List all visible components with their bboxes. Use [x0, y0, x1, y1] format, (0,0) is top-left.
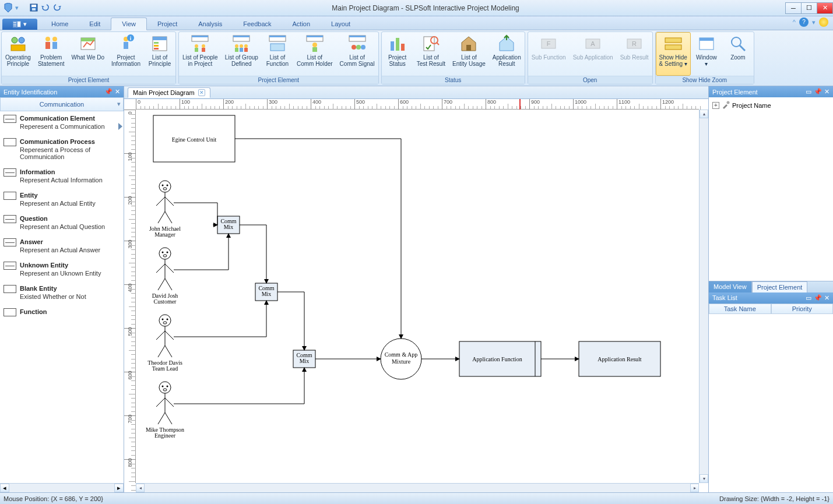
- collapse-ribbon-icon[interactable]: ^: [793, 19, 796, 26]
- task-list-grid[interactable]: [709, 314, 833, 493]
- show-hide-setting-button[interactable]: Show Hide& Setting ▾: [656, 32, 691, 76]
- left-hscrollbar[interactable]: ◂▸: [0, 483, 124, 492]
- document-tabs: Main Project Diagram ✕: [124, 86, 708, 99]
- what-we-do-button[interactable]: What We Do: [68, 32, 108, 76]
- list-group-button[interactable]: List of GroupDefined: [222, 32, 262, 76]
- stencil-item[interactable]: AnswerRepresent an Actual Answer: [0, 235, 124, 258]
- window-pos-icon[interactable]: ▭: [806, 294, 811, 302]
- document-tab[interactable]: Main Project Diagram ✕: [128, 87, 210, 98]
- svg-text:Comm & App: Comm & App: [385, 351, 418, 358]
- list-test-result-button[interactable]: List ofTest Result: [413, 32, 449, 76]
- problem-statement-button[interactable]: ProblemStatement: [34, 32, 68, 76]
- maximize-button[interactable]: ☐: [801, 2, 817, 14]
- undo-icon[interactable]: [41, 3, 50, 13]
- application-result-button[interactable]: ApplicationResult: [489, 32, 525, 76]
- svg-rect-54: [401, 44, 405, 51]
- stencil-item[interactable]: InformationRepresent Actual Information: [0, 165, 124, 188]
- stencil-item[interactable]: Function: [0, 305, 124, 320]
- drawing-canvas[interactable]: Egine Control Unit John MichaelManager D…: [136, 110, 699, 483]
- pin-icon[interactable]: 📌: [814, 88, 822, 96]
- stencil-item[interactable]: QuestionRepresent an Actual Question: [0, 212, 124, 235]
- stencil-item[interactable]: Unknown EntityRepresent an Uknown Entity: [0, 258, 124, 281]
- zoom-button[interactable]: Zoom: [722, 32, 754, 76]
- actor-john: John MichaelManager: [149, 181, 181, 238]
- close-tab-icon[interactable]: ✕: [198, 89, 205, 96]
- close-pane-icon[interactable]: ✕: [824, 294, 830, 302]
- pin-icon[interactable]: 📌: [814, 294, 822, 302]
- list-comm-holder-button[interactable]: List ofComm Holder: [293, 32, 336, 76]
- stencil-item[interactable]: Communication ProcessReperesent a Proces…: [0, 135, 124, 165]
- sub-application-button: ASub Application: [570, 32, 617, 76]
- svg-rect-52: [391, 41, 394, 51]
- svg-rect-42: [270, 44, 284, 51]
- tab-view[interactable]: View: [111, 17, 147, 30]
- task-list-header: Task Name Priority: [709, 304, 833, 314]
- tab-project-element[interactable]: Project Element: [752, 281, 808, 292]
- drawing-size: Drawing Size: {Width = -2, Height = -1}: [719, 495, 830, 502]
- tab-layout[interactable]: Layout: [321, 18, 361, 30]
- svg-rect-38: [240, 48, 243, 52]
- project-information-button[interactable]: iProjectInformation: [108, 32, 144, 76]
- svg-text:R: R: [632, 40, 637, 47]
- svg-text:Application Function: Application Function: [472, 356, 522, 362]
- canvas-vscrollbar[interactable]: ▴ ▾: [699, 110, 708, 483]
- svg-line-102: [158, 346, 165, 357]
- category-selector[interactable]: Communication▾: [0, 97, 124, 111]
- svg-point-96: [162, 319, 164, 320]
- stencil-item[interactable]: EntityRepresent an Actual Entity: [0, 188, 124, 212]
- svg-line-92: [165, 279, 172, 290]
- project-tree[interactable]: + Project Name: [709, 97, 833, 281]
- col-priority[interactable]: Priority: [771, 304, 834, 314]
- svg-rect-4: [13, 22, 16, 23]
- vertical-ruler: 0100200300400500600700800: [124, 110, 136, 483]
- file-menu-button[interactable]: ▾: [2, 19, 37, 30]
- svg-text:Mix: Mix: [224, 224, 234, 230]
- list-of-principle-button[interactable]: List ofPrinciple: [144, 32, 175, 76]
- svg-text:Mix: Mix: [300, 358, 310, 364]
- operating-principle-button[interactable]: OperatingPrinciple: [2, 32, 34, 76]
- redo-icon[interactable]: [52, 3, 62, 13]
- tab-home[interactable]: Home: [41, 18, 79, 30]
- canvas-hscrollbar[interactable]: ◂▸: [136, 483, 699, 492]
- actor-theodor: Theodor DavisTeam Lead: [147, 315, 182, 372]
- svg-point-95: [159, 315, 171, 326]
- qat-dropdown-icon[interactable]: ▾: [15, 4, 19, 12]
- svg-rect-1: [31, 5, 36, 7]
- save-icon[interactable]: [29, 3, 38, 13]
- close-pane-icon[interactable]: ✕: [824, 88, 830, 96]
- tab-analysis[interactable]: Analysis: [188, 18, 233, 30]
- svg-rect-53: [396, 38, 399, 51]
- list-function-button[interactable]: List ofFunction: [262, 32, 293, 76]
- stencil-item[interactable]: Communication ElementReperesent a Commun…: [0, 111, 124, 135]
- stencil-item[interactable]: Blank EntityExisted Whether or Not: [0, 281, 124, 305]
- svg-rect-12: [45, 42, 50, 49]
- svg-point-51: [361, 45, 365, 50]
- tab-project[interactable]: Project: [147, 18, 188, 30]
- list-people-button[interactable]: List of Peoplein Project: [179, 32, 222, 76]
- minimize-button[interactable]: ─: [785, 2, 802, 14]
- svg-rect-6: [13, 26, 16, 26]
- project-status-button[interactable]: ProjectStatus: [382, 32, 413, 76]
- theme-icon[interactable]: [819, 17, 828, 27]
- svg-line-79: [165, 197, 174, 206]
- list-entity-usage-button[interactable]: List ofEntity Usage: [449, 32, 489, 76]
- svg-rect-14: [52, 42, 57, 49]
- window-button[interactable]: Window▾: [691, 32, 722, 76]
- tab-model-view[interactable]: Model View: [709, 281, 752, 292]
- tab-edit[interactable]: Edit: [79, 18, 111, 30]
- help-icon[interactable]: ?: [799, 17, 809, 27]
- close-pane-icon[interactable]: ✕: [115, 88, 120, 96]
- svg-rect-33: [233, 36, 249, 37]
- col-task-name[interactable]: Task Name: [709, 304, 771, 314]
- list-comm-signal-button[interactable]: List ofComm Signal: [336, 32, 378, 76]
- tab-feedback[interactable]: Feedback: [233, 18, 282, 30]
- svg-rect-2: [32, 8, 36, 10]
- close-button[interactable]: ✕: [817, 2, 833, 14]
- pin-icon[interactable]: 📌: [104, 88, 113, 96]
- tab-action[interactable]: Action: [282, 18, 321, 30]
- svg-line-113: [158, 413, 165, 424]
- expand-node-icon[interactable]: +: [712, 102, 719, 109]
- svg-point-11: [45, 37, 50, 41]
- svg-point-74: [162, 185, 164, 186]
- window-pos-icon[interactable]: ▭: [806, 88, 811, 96]
